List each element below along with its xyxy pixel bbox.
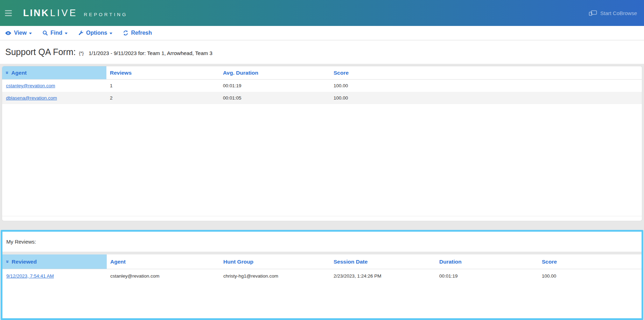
reviews-table-header-row: » Reviewed Agent Hunt Group Session Date… — [2, 254, 642, 269]
chevron-down-icon — [65, 33, 68, 34]
search-icon — [42, 30, 48, 36]
agent-email-link[interactable]: cstanley@revation.com — [6, 83, 55, 88]
column-header-session-date[interactable]: Session Date — [330, 259, 436, 265]
logo-link-text: LINK — [23, 8, 49, 19]
hamburger-menu-icon[interactable] — [5, 10, 12, 16]
report-toolbar: View Find Options — [0, 26, 644, 40]
sort-descending-icon: » — [5, 71, 10, 74]
options-label: Options — [86, 30, 107, 36]
wrench-icon — [78, 30, 84, 36]
sort-descending-icon: » — [5, 260, 10, 263]
table-row: cstanley@revation.com 1 00:01:19 100.00 — [2, 80, 642, 92]
options-menu-button[interactable]: Options — [78, 30, 112, 36]
panel-footer-divider — [2, 216, 642, 216]
column-header-agent[interactable]: » Agent — [2, 66, 106, 79]
hunt-group-email: christy-hg1@revation.com — [220, 273, 330, 279]
cobrowse-label: Start CoBrowse — [600, 10, 637, 16]
column-header-hunt-group[interactable]: Hunt Group — [220, 259, 330, 265]
column-header-agent[interactable]: Agent — [107, 259, 220, 265]
start-cobrowse-button[interactable]: Start CoBrowse — [589, 10, 637, 16]
reviews-count: 2 — [106, 95, 219, 101]
score-value: 100.00 — [330, 83, 642, 88]
view-label: View — [14, 30, 27, 36]
column-header-reviews[interactable]: Reviews — [106, 70, 219, 76]
table-row: 9/12/2023, 7:54:41 AM cstanley@revation.… — [2, 269, 642, 282]
chevron-down-icon — [29, 33, 32, 34]
column-header-score[interactable]: Score — [330, 70, 642, 76]
column-header-duration[interactable]: Duration — [436, 259, 538, 265]
find-menu-button[interactable]: Find — [42, 30, 68, 36]
my-reviews-label: My Reviews: — [6, 239, 36, 245]
cobrowse-screen-icon — [589, 10, 597, 16]
agent-email-link[interactable]: dblasena@revation.com — [6, 95, 57, 101]
my-reviews-panel: My Reviews: » Reviewed Agent Hunt Group … — [1, 230, 643, 320]
logo-live-text: LIVE — [50, 8, 78, 19]
reviews-count: 1 — [106, 83, 219, 88]
score-value: 100.00 — [538, 273, 642, 279]
refresh-button[interactable]: Refresh — [123, 30, 152, 36]
avg-duration-value: 00:01:05 — [219, 95, 330, 101]
find-label: Find — [50, 30, 62, 36]
chevron-down-icon — [110, 33, 112, 34]
view-menu-button[interactable]: View — [5, 30, 32, 36]
report-date-range: 1/1/2023 - 9/11/2023 for: Team 1, Arrowh… — [89, 50, 212, 56]
table-row: dblasena@revation.com 2 00:01:05 100.00 — [2, 92, 642, 104]
app-header: LINK LIVE REPORTING Start CoBrowse — [0, 0, 644, 26]
logo-reporting-text: REPORTING — [84, 12, 128, 17]
page-title: Support QA Form: — [5, 47, 76, 57]
agent-table-header-row: » Agent Reviews Avg. Duration Score — [2, 66, 642, 80]
column-header-score[interactable]: Score — [538, 259, 642, 265]
review-timestamp-link[interactable]: 9/12/2023, 7:54:41 AM — [6, 273, 54, 279]
duration-value: 00:01:19 — [436, 273, 538, 279]
eye-icon — [5, 31, 12, 35]
column-header-reviewed[interactable]: » Reviewed — [2, 254, 107, 269]
agent-summary-panel: » Agent Reviews Avg. Duration Score csta… — [2, 66, 642, 221]
column-header-avg-duration[interactable]: Avg. Duration — [219, 70, 330, 76]
report-title-block: Support QA Form: {*} 1/1/2023 - 9/11/202… — [0, 40, 644, 64]
agent-email: cstanley@revation.com — [107, 273, 220, 279]
score-value: 100.00 — [330, 95, 642, 101]
session-date-value: 2/23/2023, 1:24:26 PM — [330, 273, 436, 279]
refresh-label: Refresh — [131, 30, 152, 36]
title-template-badge: {*} — [79, 50, 84, 56]
app-logo: LINK LIVE REPORTING — [23, 8, 128, 19]
avg-duration-value: 00:01:19 — [219, 83, 330, 88]
section-divider — [2, 252, 642, 254]
refresh-icon — [123, 30, 128, 36]
